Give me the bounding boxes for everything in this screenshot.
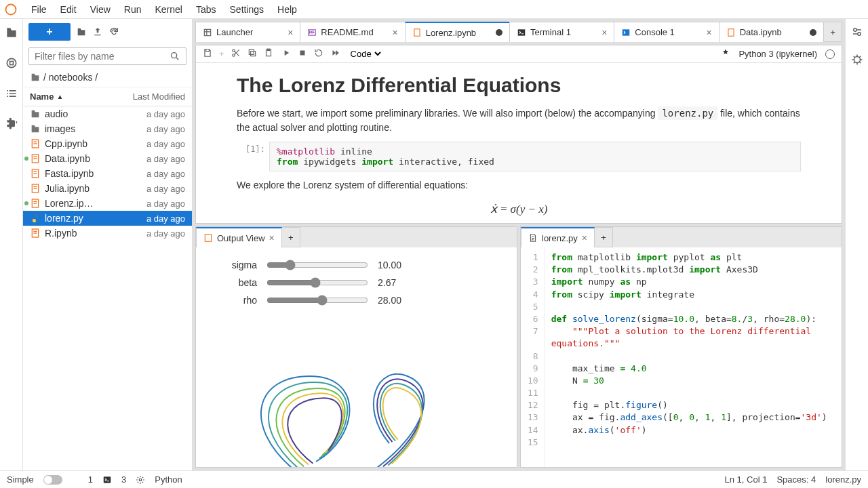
kernel-name[interactable]: Python 3 (ipykernel) [738,49,817,59]
svg-rect-14 [33,186,37,187]
file-name: Cpp.ipynb [45,138,146,149]
menu-item-help[interactable]: Help [271,1,304,18]
svg-point-0 [6,4,16,14]
debugger-icon[interactable] [851,54,863,68]
file-row[interactable]: Cpp.ipynba day ago [23,136,192,151]
save-icon[interactable] [203,48,212,60]
text-editor[interactable]: 1234567 89101112131415 from matplotlib i… [521,247,842,467]
file-name: Julia.ipynb [45,183,146,194]
slider-rho-input[interactable] [267,295,368,306]
close-icon[interactable]: × [706,27,711,38]
add-tab-button[interactable]: + [594,227,613,247]
celltype-select[interactable]: Code [348,48,383,60]
filter-input[interactable] [35,51,170,62]
svg-rect-26 [728,28,734,36]
svg-rect-38 [104,476,111,483]
column-modified-header[interactable]: Last Modified [133,92,185,102]
file-name: lorenz.py [45,213,146,224]
file-row[interactable]: Data.ipynba day ago [23,151,192,166]
file-modified: a day ago [146,214,185,224]
file-row[interactable]: Julia.ipynba day ago [23,181,192,196]
restart-icon[interactable] [314,48,323,60]
output-view-panel: Output View × + sigma 10.00 beta [195,226,517,468]
menu-item-edit[interactable]: Edit [54,1,83,18]
stop-icon[interactable] [298,48,307,60]
slider-sigma-input[interactable] [267,260,368,270]
status-cursor[interactable]: Ln 1, Col 1 [725,474,768,485]
notebook-panel: + Code Python 3 (ipykernel) The [195,45,842,224]
dirty-indicator-icon [496,29,502,36]
run-all-icon[interactable] [330,48,340,60]
file-browser-icon[interactable] [5,26,18,41]
menu-item-view[interactable]: View [83,1,117,18]
file-row[interactable]: audioa day ago [23,106,192,121]
tab-terminal-1[interactable]: Terminal 1× [509,22,614,42]
file-modified: a day ago [146,199,185,209]
status-filename[interactable]: lorenz.py [825,474,861,485]
tab-data-ipynb[interactable]: Data.ipynb [719,22,824,42]
cut-icon[interactable] [231,48,241,60]
status-kernels-count[interactable]: 3 [121,474,126,485]
refresh-icon[interactable] [108,26,119,37]
menu-item-settings[interactable]: Settings [223,1,271,18]
main-area: + / notebooks / Name ▲ Last Modified aud… [0,19,868,470]
tab-label: README.md [321,27,388,37]
svg-rect-33 [300,51,304,56]
slider-rho: rho 28.00 [216,295,496,306]
svg-rect-2 [9,62,13,65]
code-cell-1[interactable]: [1]: %matplotlib inline from ipywidgets … [237,142,801,171]
svg-rect-6 [33,143,37,144]
close-icon[interactable]: × [582,232,587,243]
cell-code[interactable]: %matplotlib inline from ipywidgets impor… [269,142,801,171]
close-icon[interactable]: × [288,27,293,38]
close-icon[interactable]: × [392,27,397,38]
tab-readme-md[interactable]: README.md× [300,22,405,42]
insert-cell-icon[interactable]: + [219,49,224,59]
svg-rect-17 [33,201,37,202]
close-icon[interactable]: × [601,27,607,38]
file-name: audio [45,108,146,119]
menu-item-tabs[interactable]: Tabs [189,1,223,18]
new-folder-icon[interactable] [76,26,87,37]
menu-item-kernel[interactable]: Kernel [148,1,189,18]
tab-launcher[interactable]: Launcher× [195,22,300,42]
tab-console-1[interactable]: Console 1× [614,22,719,42]
file-row[interactable]: Lorenz.ip…a day ago [23,196,192,211]
property-inspector-icon[interactable] [851,26,863,40]
svg-rect-25 [623,29,630,35]
breadcrumb[interactable]: / notebooks / [23,68,192,87]
filter-files[interactable] [28,47,186,65]
status-lang[interactable]: Python [155,474,182,485]
add-tab-button[interactable]: + [281,227,300,247]
svg-rect-29 [250,52,255,56]
tab-output-view[interactable]: Output View × [196,227,282,247]
right-activity-bar [845,19,868,470]
file-row[interactable]: lorenz.pya day ago [23,211,192,226]
toc-icon[interactable] [5,87,18,102]
tab-lorenz-ipynb[interactable]: Lorenz.ipynb [405,22,510,42]
menu-item-file[interactable]: File [24,1,54,18]
file-row[interactable]: R.ipynba day ago [23,226,192,241]
kernel-indicator-icon[interactable] [721,48,730,60]
file-modified: a day ago [146,109,185,119]
status-terminals-count[interactable]: 1 [88,474,93,485]
slider-beta-input[interactable] [267,277,368,288]
tab-lorenz-py[interactable]: lorenz.py × [521,227,595,247]
file-row[interactable]: Fasta.ipynba day ago [23,166,192,181]
running-icon[interactable] [5,56,18,72]
menu-item-run[interactable]: Run [117,1,149,18]
extensions-icon[interactable] [5,117,18,133]
close-icon[interactable]: × [269,232,275,243]
upload-icon[interactable] [92,26,103,37]
breadcrumb-path[interactable]: / notebooks / [43,72,98,83]
svg-rect-22 [204,29,210,35]
file-row[interactable]: imagesa day ago [23,121,192,136]
column-name-header[interactable]: Name ▲ [30,92,133,102]
run-icon[interactable] [281,48,291,60]
new-launcher-button[interactable]: + [28,23,71,41]
paste-icon[interactable] [264,48,273,60]
add-tab-button[interactable]: + [823,22,842,42]
copy-icon[interactable] [248,48,257,60]
simple-mode-toggle[interactable] [43,475,62,485]
status-spaces[interactable]: Spaces: 4 [776,474,816,485]
